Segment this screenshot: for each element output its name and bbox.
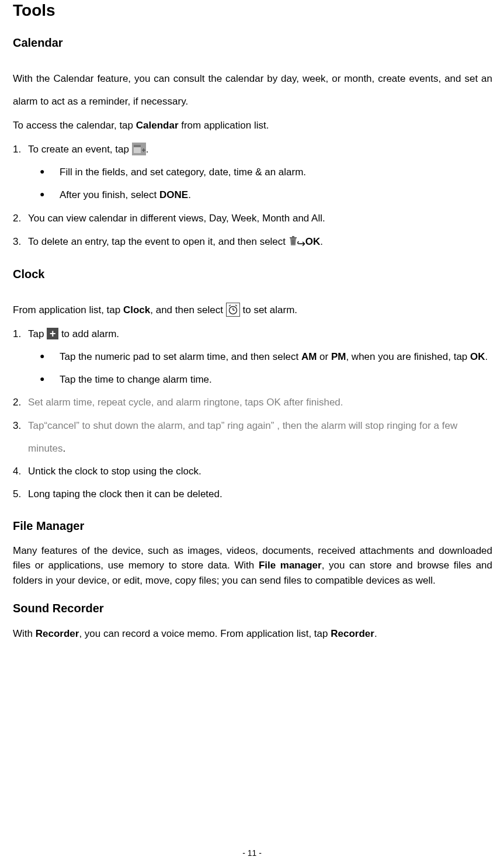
text: . bbox=[146, 144, 149, 155]
list-body: After you finish, select DONE. bbox=[60, 183, 492, 206]
calendar-access: To access the calendar, tap Calendar fro… bbox=[13, 114, 492, 137]
list-item: 5. Long taping the clock then it can be … bbox=[13, 483, 492, 505]
sound-recorder-text: With Recorder, you can record a voice me… bbox=[13, 626, 492, 641]
alarm-clock-icon bbox=[226, 303, 240, 317]
list-body: You can view calendar in different views… bbox=[28, 207, 492, 230]
text: , and then select bbox=[150, 304, 225, 315]
list-number: 1. bbox=[13, 322, 28, 345]
list-body: Tap + to add alarm. bbox=[28, 322, 492, 345]
list-body: Tap the time to change alarm time. bbox=[60, 368, 492, 391]
list-number: 5. bbox=[13, 483, 28, 505]
bullet-icon: ● bbox=[40, 161, 60, 182]
text-bold: DONE bbox=[159, 189, 188, 200]
list-number: 4. bbox=[13, 460, 28, 483]
list-item: 1. Tap + to add alarm. bbox=[13, 322, 492, 345]
list-item: 2. You can view calendar in different vi… bbox=[13, 207, 492, 230]
text-bold: Recorder bbox=[36, 628, 79, 639]
text-bold: PM bbox=[331, 351, 346, 362]
bullet-icon: ● bbox=[40, 368, 60, 389]
bullet-icon: ● bbox=[40, 345, 60, 366]
list-body: To delete an entry, tap the event to ope… bbox=[28, 230, 492, 254]
list-number: 1. bbox=[13, 138, 28, 161]
new-event-icon bbox=[132, 143, 146, 155]
text: After you finish, select bbox=[60, 189, 159, 200]
list-item: ● Tap the numeric pad to set alarm time,… bbox=[13, 345, 492, 368]
text: . bbox=[63, 443, 66, 454]
arrow-icon: ↪ bbox=[297, 232, 305, 256]
list-item: ● After you finish, select DONE. bbox=[13, 183, 492, 206]
text-bold: AM bbox=[301, 351, 317, 362]
list-item: ● Tap the time to change alarm time. bbox=[13, 368, 492, 391]
list-number: 3. bbox=[13, 230, 28, 253]
list-number: 2. bbox=[13, 391, 28, 414]
text: , you can record a voice memo. From appl… bbox=[79, 628, 331, 639]
list-item: 1. To create an event, tap . bbox=[13, 138, 492, 161]
text: to add alarm. bbox=[61, 328, 119, 339]
text: With bbox=[13, 628, 36, 639]
heading-file-manager: File Manager bbox=[13, 519, 492, 533]
heading-calendar: Calendar bbox=[13, 36, 492, 50]
heading-clock: Clock bbox=[13, 268, 492, 281]
list-body: To create an event, tap . bbox=[28, 138, 492, 161]
text-bold: Clock bbox=[123, 304, 150, 315]
text: To access the calendar, tap bbox=[13, 120, 136, 131]
file-manager-text: Many features of the device, such as ima… bbox=[13, 543, 492, 588]
list-item: 3. Tap“cancel” to shut down the alarm, a… bbox=[13, 414, 492, 460]
text: . bbox=[188, 189, 191, 200]
list-body: Long taping the clock then it can be del… bbox=[28, 483, 492, 505]
bullet-icon: ● bbox=[40, 183, 60, 204]
text: From application list, tap bbox=[13, 304, 123, 315]
list-body: Set alarm time, repeat cycle, and alarm … bbox=[28, 391, 492, 414]
text: . bbox=[320, 236, 323, 247]
text-bold: OK bbox=[305, 236, 321, 247]
text: or bbox=[317, 351, 331, 362]
text-bold: File manager bbox=[259, 560, 322, 571]
text-bold: Recorder bbox=[331, 628, 374, 639]
list-body: Fill in the fields, and set category, da… bbox=[60, 161, 492, 183]
page: Tools Calendar With the Calendar feature… bbox=[0, 1, 504, 867]
text: To create an event, tap bbox=[28, 144, 132, 155]
text-bold: Calendar bbox=[136, 120, 179, 131]
list-number: 2. bbox=[13, 207, 28, 230]
text: . bbox=[485, 351, 488, 362]
text-gray: Tap“cancel” to shut down the alarm, and … bbox=[28, 420, 457, 454]
svg-rect-3 bbox=[290, 237, 297, 238]
list-number: 3. bbox=[13, 414, 28, 437]
text: . bbox=[374, 628, 377, 639]
text: , when you are finished, tap bbox=[346, 351, 470, 362]
heading-sound-recorder: Sound Recorder bbox=[13, 602, 492, 615]
text: from application list. bbox=[179, 120, 269, 131]
list-item: ● Fill in the fields, and set category, … bbox=[13, 161, 492, 183]
svg-rect-4 bbox=[292, 236, 294, 237]
list-item: 4. Untick the clock to stop using the cl… bbox=[13, 460, 492, 483]
clock-intro: From application list, tap Clock, and th… bbox=[13, 299, 492, 321]
list-body: Tap the numeric pad to set alarm time, a… bbox=[60, 345, 492, 368]
text: Tap bbox=[28, 328, 47, 339]
list-item: 2. Set alarm time, repeat cycle, and ala… bbox=[13, 391, 492, 414]
text: Tap the numeric pad to set alarm time, a… bbox=[60, 351, 301, 362]
calendar-intro: With the Calendar feature, you can consu… bbox=[13, 67, 492, 113]
svg-rect-2 bbox=[134, 145, 141, 147]
text-bold: OK bbox=[470, 351, 485, 362]
list-item: 3. To delete an entry, tap the event to … bbox=[13, 230, 492, 254]
list-body: Tap“cancel” to shut down the alarm, and … bbox=[28, 414, 492, 460]
text: With the Calendar feature, you can consu… bbox=[13, 73, 492, 107]
page-number: - 11 - bbox=[0, 848, 504, 858]
text: to set alarm. bbox=[242, 304, 297, 315]
page-title: Tools bbox=[13, 1, 492, 20]
plus-icon: + bbox=[47, 328, 58, 339]
list-body: Untick the clock to stop using the clock… bbox=[28, 460, 492, 483]
text: To delete an entry, tap the event to ope… bbox=[28, 236, 289, 247]
